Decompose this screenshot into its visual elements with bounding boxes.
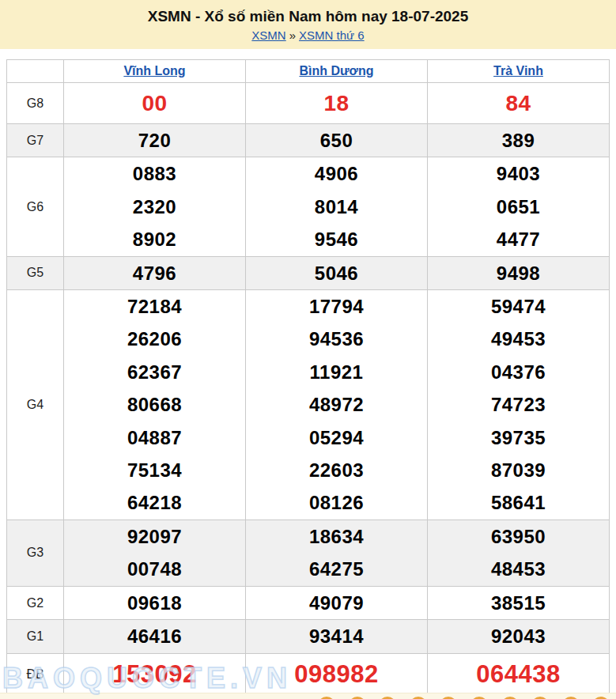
lotto-balls-strip bbox=[0, 693, 616, 699]
page-title: XSMN - Xổ số miền Nam hôm nay 18-07-2025 bbox=[0, 7, 616, 26]
prize-cell: 72184262066236780668048877513464218 bbox=[64, 290, 246, 520]
prize-number: 87039 bbox=[428, 454, 609, 486]
row-label: G6 bbox=[7, 157, 64, 256]
prize-number: 098982 bbox=[246, 658, 427, 690]
prize-number: 46416 bbox=[64, 620, 245, 652]
prize-number: 22603 bbox=[246, 454, 427, 486]
column-header-vinh-long: Vĩnh Long bbox=[64, 60, 246, 83]
breadcrumb-link-xsmn-thu-6[interactable]: XSMN thứ 6 bbox=[299, 28, 365, 42]
prize-number: 4796 bbox=[64, 257, 245, 289]
prize-cell: 1863464275 bbox=[246, 520, 428, 586]
prize-number: 74723 bbox=[428, 388, 609, 421]
prize-number: 11921 bbox=[246, 356, 427, 388]
prize-number: 720 bbox=[64, 124, 245, 157]
prize-number: 38515 bbox=[428, 587, 609, 619]
table-row-g7: G7720650389 bbox=[7, 124, 610, 157]
prize-cell: 18 bbox=[246, 83, 428, 124]
prize-number: 8014 bbox=[246, 191, 427, 223]
prize-number: 64218 bbox=[64, 486, 245, 519]
prize-number: 4906 bbox=[246, 157, 427, 190]
prize-number: 92097 bbox=[64, 520, 245, 553]
prize-number: 17794 bbox=[246, 290, 427, 323]
header-row: Vĩnh Long Bình Dương Trà Vinh bbox=[7, 60, 610, 83]
prize-cell: 17794945361192148972052942260308126 bbox=[246, 290, 428, 520]
province-link-binh-duong[interactable]: Bình Dương bbox=[299, 64, 373, 77]
prize-number: 064438 bbox=[428, 658, 609, 690]
prize-cell: 46416 bbox=[64, 620, 246, 653]
breadcrumb: XSMN»XSMN thứ 6 bbox=[0, 28, 616, 42]
prize-number: 0651 bbox=[428, 191, 609, 223]
prize-number: 05294 bbox=[246, 421, 427, 454]
page-header: XSMN - Xổ số miền Nam hôm nay 18-07-2025… bbox=[0, 0, 616, 49]
prize-number: 8902 bbox=[64, 223, 245, 255]
table-row-g5: G5479650469498 bbox=[7, 256, 610, 289]
column-header-tra-vinh: Trà Vinh bbox=[428, 60, 610, 83]
prize-number: 04376 bbox=[428, 356, 609, 388]
prize-number: 00 bbox=[64, 87, 245, 119]
prize-number: 84 bbox=[428, 87, 609, 119]
table-row-g1: G1464169341492043 bbox=[7, 620, 610, 653]
row-label: G3 bbox=[7, 520, 64, 586]
prize-cell: 153092 bbox=[64, 653, 246, 695]
table-row-g3: G3920970074818634642756395048453 bbox=[7, 520, 610, 586]
prize-number: 09618 bbox=[64, 587, 245, 619]
row-label: G4 bbox=[7, 290, 64, 520]
prize-cell: 088323208902 bbox=[64, 157, 246, 256]
prize-cell: 59474494530437674723397358703958641 bbox=[428, 290, 610, 520]
prize-number: 92043 bbox=[428, 620, 609, 652]
prize-number: 63950 bbox=[428, 520, 609, 553]
prize-number: 26206 bbox=[64, 323, 245, 355]
prize-number: 58641 bbox=[428, 486, 609, 519]
prize-cell: 00 bbox=[64, 83, 246, 124]
table-row-g4: G472184262066236780668048877513464218177… bbox=[7, 290, 610, 520]
column-header-binh-duong: Bình Dương bbox=[246, 60, 428, 83]
prize-number: 18634 bbox=[246, 520, 427, 553]
prize-cell: 9498 bbox=[428, 256, 610, 289]
prize-number: 2320 bbox=[64, 191, 245, 223]
prize-number: 39735 bbox=[428, 421, 609, 454]
row-label: G2 bbox=[7, 586, 64, 619]
prize-number: 4477 bbox=[428, 223, 609, 255]
table-row-db: ĐB153092098982064438 bbox=[7, 653, 610, 695]
table-row-g2: G2096184907938515 bbox=[7, 586, 610, 619]
province-link-tra-vinh[interactable]: Trà Vinh bbox=[493, 64, 543, 77]
prize-number: 9498 bbox=[428, 257, 609, 289]
prize-cell: 4796 bbox=[64, 256, 246, 289]
prize-cell: 38515 bbox=[428, 586, 610, 619]
prize-number: 72184 bbox=[64, 290, 245, 323]
prize-cell: 93414 bbox=[246, 620, 428, 653]
prize-number: 59474 bbox=[428, 290, 609, 323]
prize-cell: 490680149546 bbox=[246, 157, 428, 256]
row-label: G5 bbox=[7, 256, 64, 289]
prize-cell: 098982 bbox=[246, 653, 428, 695]
prize-number: 08126 bbox=[246, 486, 427, 519]
prize-number: 93414 bbox=[246, 620, 427, 652]
prize-number: 0883 bbox=[64, 157, 245, 190]
prize-number: 18 bbox=[246, 87, 427, 119]
prize-number: 04887 bbox=[64, 421, 245, 454]
prize-number: 80668 bbox=[64, 388, 245, 421]
breadcrumb-link-xsmn[interactable]: XSMN bbox=[251, 28, 285, 42]
table-row-g8: G8001884 bbox=[7, 83, 610, 124]
prize-cell: 9209700748 bbox=[64, 520, 246, 586]
province-link-vinh-long[interactable]: Vĩnh Long bbox=[123, 64, 185, 77]
prize-number: 49453 bbox=[428, 323, 609, 355]
prize-number: 00748 bbox=[64, 553, 245, 585]
prize-cell: 389 bbox=[428, 124, 610, 157]
breadcrumb-separator: » bbox=[289, 28, 296, 42]
row-label: G8 bbox=[7, 83, 64, 124]
prize-number: 9403 bbox=[428, 157, 609, 190]
prize-cell: 5046 bbox=[246, 256, 428, 289]
prize-number: 48972 bbox=[246, 388, 427, 421]
prize-number: 5046 bbox=[246, 257, 427, 289]
prize-cell: 650 bbox=[246, 124, 428, 157]
prize-number: 64275 bbox=[246, 553, 427, 585]
prize-cell: 92043 bbox=[428, 620, 610, 653]
prize-cell: 064438 bbox=[428, 653, 610, 695]
prize-number: 49079 bbox=[246, 587, 427, 619]
table-row-g6: G6088323208902490680149546940306514477 bbox=[7, 157, 610, 256]
prize-number: 389 bbox=[428, 124, 609, 157]
prize-number: 9546 bbox=[246, 223, 427, 255]
prize-cell: 49079 bbox=[246, 586, 428, 619]
results-body: G8001884G7720650389G60883232089024906801… bbox=[7, 83, 610, 696]
